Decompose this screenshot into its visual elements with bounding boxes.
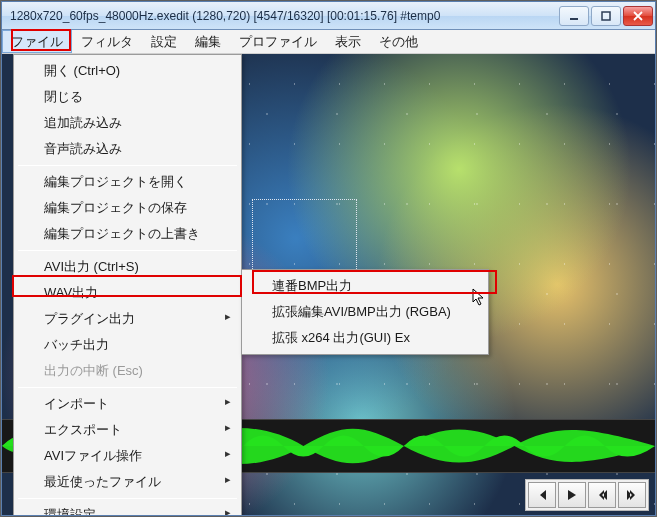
prev-frame-button[interactable] [528, 482, 556, 508]
menu-export[interactable]: エクスポート [16, 417, 239, 443]
menu-import[interactable]: インポート [16, 391, 239, 417]
separator [18, 165, 237, 166]
maximize-button[interactable] [591, 6, 621, 26]
goto-start-button[interactable] [588, 482, 616, 508]
menu-file[interactable]: ファイル [2, 30, 72, 53]
menu-append[interactable]: 追加読み込み [16, 110, 239, 136]
menu-other[interactable]: その他 [370, 30, 427, 53]
separator [18, 250, 237, 251]
menu-wav-out[interactable]: WAV出力 [16, 280, 239, 306]
menu-recent[interactable]: 最近使ったファイル [16, 469, 239, 495]
menu-plugin-out[interactable]: プラグイン出力 [16, 306, 239, 332]
titlebar: 1280x720_60fps_48000Hz.exedit (1280,720)… [2, 2, 655, 30]
menu-prefs[interactable]: 環境設定 [16, 502, 239, 515]
plugin-out-submenu: 連番BMP出力 拡張編集AVI/BMP出力 (RGBA) 拡張 x264 出力(… [241, 269, 489, 355]
menu-avi-ops[interactable]: AVIファイル操作 [16, 443, 239, 469]
menu-save-project[interactable]: 編集プロジェクトの保存 [16, 195, 239, 221]
svg-rect-1 [602, 12, 610, 20]
menu-filter[interactable]: フィルタ [72, 30, 142, 53]
file-menu-dropdown: 開く (Ctrl+O) 閉じる 追加読み込み 音声読み込み 編集プロジェクトを開… [13, 54, 242, 515]
submenu-rgba[interactable]: 拡張編集AVI/BMP出力 (RGBA) [244, 299, 486, 325]
preview-area: 開く (Ctrl+O) 閉じる 追加読み込み 音声読み込み 編集プロジェクトを開… [2, 54, 655, 515]
minimize-button[interactable] [559, 6, 589, 26]
menu-settings[interactable]: 設定 [142, 30, 186, 53]
menu-avi-out[interactable]: AVI出力 (Ctrl+S) [16, 254, 239, 280]
transport-controls [525, 479, 649, 511]
menu-close-file[interactable]: 閉じる [16, 84, 239, 110]
menu-edit[interactable]: 編集 [186, 30, 230, 53]
menu-audio-import[interactable]: 音声読み込み [16, 136, 239, 162]
goto-end-button[interactable] [618, 482, 646, 508]
play-button[interactable] [558, 482, 586, 508]
menu-overwrite-project[interactable]: 編集プロジェクトの上書き [16, 221, 239, 247]
menu-batch-out[interactable]: バッチ出力 [16, 332, 239, 358]
submenu-bmp-seq[interactable]: 連番BMP出力 [244, 273, 486, 299]
close-button[interactable] [623, 6, 653, 26]
window-title: 1280x720_60fps_48000Hz.exedit (1280,720)… [10, 9, 559, 23]
menu-abort-out: 出力の中断 (Esc) [16, 358, 239, 384]
submenu-x264[interactable]: 拡張 x264 出力(GUI) Ex [244, 325, 486, 351]
menu-open[interactable]: 開く (Ctrl+O) [16, 58, 239, 84]
menu-open-project[interactable]: 編集プロジェクトを開く [16, 169, 239, 195]
svg-rect-0 [570, 18, 578, 20]
menubar: ファイル フィルタ 設定 編集 プロファイル 表示 その他 [2, 30, 655, 54]
separator [18, 387, 237, 388]
separator [18, 498, 237, 499]
menu-profile[interactable]: プロファイル [230, 30, 326, 53]
menu-view[interactable]: 表示 [326, 30, 370, 53]
